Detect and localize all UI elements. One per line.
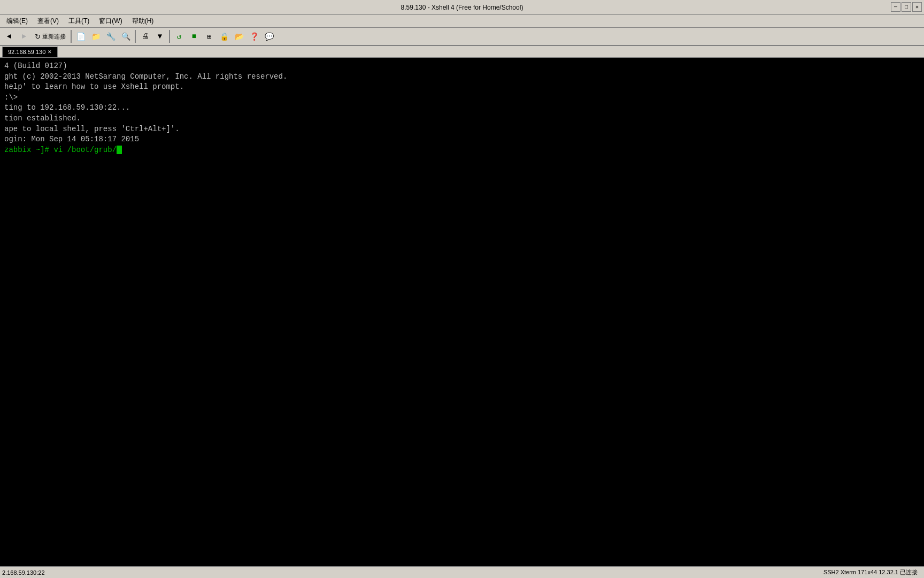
refresh-button[interactable]: ↺ <box>172 29 186 43</box>
terminal-line: ting to 192.168.59.130:22... <box>4 103 920 113</box>
open-button[interactable]: 📁 <box>89 29 103 43</box>
close-button[interactable]: ✕ <box>912 2 922 12</box>
folder-button[interactable]: 📂 <box>232 29 246 43</box>
terminal-line: :\> <box>4 93 920 103</box>
back-button[interactable]: ◄ <box>2 29 16 43</box>
session-tab[interactable]: 92.168.59.130 ✕ <box>2 47 58 57</box>
status-connection: 2.168.59.130:22 <box>2 569 45 576</box>
stop-button[interactable]: ■ <box>187 29 201 43</box>
minimize-button[interactable]: ─ <box>891 2 900 12</box>
print-button[interactable]: 🖨 <box>138 29 152 43</box>
terminal-line: help' to learn how to use Xshell prompt. <box>4 82 920 93</box>
toolbar-separator-2 <box>135 30 136 43</box>
menu-tools[interactable]: 工具(T) <box>64 16 94 27</box>
menu-bar: 编辑(E) 查看(V) 工具(T) 窗口(W) 帮助(H) <box>0 15 924 28</box>
terminal-line: ght (c) 2002-2013 NetSarang Computer, In… <box>4 72 920 82</box>
tab-bar: 92.168.59.130 ✕ <box>0 46 924 58</box>
tab-label: 92.168.59.130 <box>8 49 45 55</box>
terminal-line: ape to local shell, press 'Ctrl+Alt+]'. <box>4 124 920 135</box>
find-button[interactable]: 🔍 <box>119 29 133 43</box>
status-session-info: SSH2 Xterm 171x44 12.32.1 已连接 <box>819 568 922 576</box>
title-bar-text: 8.59.130 - Xshell 4 (Free for Home/Schoo… <box>2 4 922 11</box>
help-button[interactable]: ❓ <box>247 29 261 43</box>
toolbar-separator-1 <box>71 30 72 43</box>
terminal-line: 4 (Build 0127) <box>4 61 920 72</box>
status-right: SSH2 Xterm 171x44 12.32.1 已连接 <box>819 568 922 576</box>
print-options-button[interactable]: ▼ <box>153 29 167 43</box>
toolbar: ◄ ► ↻ 重新连接 📄 📁 🔧 🔍 🖨 ▼ ↺ ■ ⊞ 🔒 📂 ❓ 💬 <box>0 28 924 46</box>
terminal-line: ogin: Mon Sep 14 05:18:17 2015 <box>4 134 920 145</box>
status-bar: 2.168.59.130:22 SSH2 Xterm 171x44 12.32.… <box>0 566 924 578</box>
toolbar-separator-3 <box>169 30 170 43</box>
chat-button[interactable]: 💬 <box>262 29 276 43</box>
reconnect-button[interactable]: ↻ 重新连接 <box>32 29 68 43</box>
properties-button[interactable]: 🔧 <box>104 29 118 43</box>
terminal-area[interactable]: 4 (Build 0127)ght (c) 2002-2013 NetSaran… <box>0 58 924 566</box>
menu-view[interactable]: 查看(V) <box>33 16 63 27</box>
terminal-cursor <box>117 146 122 154</box>
maximize-button[interactable]: □ <box>902 2 911 12</box>
forward-button[interactable]: ► <box>17 29 31 43</box>
menu-window[interactable]: 窗口(W) <box>95 16 126 27</box>
grid-button[interactable]: ⊞ <box>202 29 216 43</box>
menu-help[interactable]: 帮助(H) <box>128 16 158 27</box>
terminal-line: tion established. <box>4 113 920 124</box>
terminal-line: zabbix ~]# vi /boot/grub/ <box>4 145 920 156</box>
terminal-content: 4 (Build 0127)ght (c) 2002-2013 NetSaran… <box>4 61 920 155</box>
menu-edit[interactable]: 编辑(E) <box>2 16 32 27</box>
lock-button[interactable]: 🔒 <box>217 29 231 43</box>
tab-close-button[interactable]: ✕ <box>48 49 52 55</box>
title-bar: 8.59.130 - Xshell 4 (Free for Home/Schoo… <box>0 0 924 15</box>
status-left: 2.168.59.130:22 <box>2 569 819 576</box>
title-bar-buttons: ─ □ ✕ <box>891 2 922 12</box>
new-session-button[interactable]: 📄 <box>74 29 88 43</box>
